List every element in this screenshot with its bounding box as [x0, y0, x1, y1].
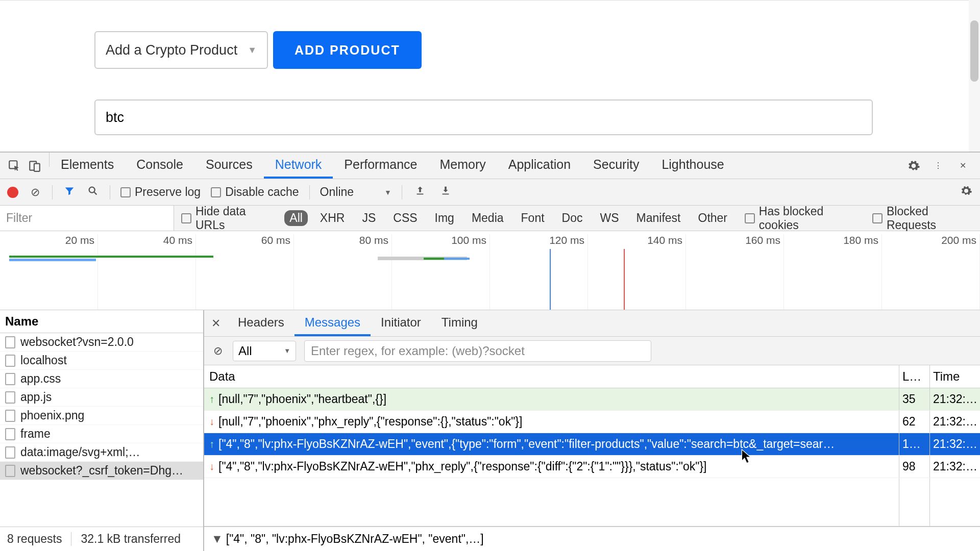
file-icon [5, 428, 15, 440]
app-page: Add a Crypto Product ▼ ADD PRODUCT btc [0, 0, 980, 152]
detail-tab-timing[interactable]: Timing [431, 310, 488, 336]
type-xhr[interactable]: XHR [315, 210, 350, 226]
file-icon [5, 373, 15, 385]
request-item[interactable]: data:image/svg+xml;… [0, 443, 203, 462]
tab-elements[interactable]: Elements [50, 153, 125, 179]
messages-toolbar: ⊘ All ▼ Enter regex, for example: (web)?… [204, 337, 980, 365]
inspect-element-icon[interactable] [4, 156, 24, 176]
arrow-up-icon: ↑ [209, 393, 214, 405]
request-list-panel: Name websocket?vsn=2.0.0 localhost app.c… [0, 310, 204, 551]
detail-tab-headers[interactable]: Headers [228, 310, 295, 336]
type-manifest[interactable]: Manifest [631, 210, 686, 226]
network-timeline[interactable]: 20 ms 40 ms 60 ms 80 ms 100 ms 120 ms 14… [0, 231, 980, 310]
settings-gear-icon[interactable] [903, 156, 924, 176]
crypto-product-select[interactable]: Add a Crypto Product ▼ [94, 31, 268, 69]
timeline-marker [550, 249, 551, 310]
arrow-down-icon: ↓ [209, 461, 214, 472]
network-settings-gear-icon[interactable] [960, 185, 973, 200]
throttling-select[interactable]: Online ▼ [320, 185, 391, 199]
timeline-bar [9, 256, 213, 258]
arrow-down-icon: ↓ [209, 416, 214, 428]
message-row[interactable]: ↑[null,"7","phoenix","heartbeat",{}] 35 … [204, 388, 980, 411]
filter-toggle-icon[interactable] [63, 185, 76, 199]
request-count: 8 requests [7, 532, 71, 546]
device-toggle-icon[interactable] [24, 156, 45, 176]
chevron-down-icon: ▼ [384, 188, 391, 196]
blocked-requests-checkbox[interactable]: Blocked Requests [872, 205, 980, 232]
tab-security[interactable]: Security [582, 153, 650, 179]
transferred-size: 32.1 kB transferred [81, 532, 181, 546]
timeline-marker [624, 249, 625, 310]
messages-table: Data L… Time ↑[null,"7","phoenix","heart… [204, 365, 980, 551]
upload-har-icon[interactable] [412, 185, 428, 199]
request-item[interactable]: localhost [0, 352, 203, 370]
col-data[interactable]: Data [204, 365, 899, 388]
tab-application[interactable]: Application [497, 153, 582, 179]
close-detail-icon[interactable]: ✕ [204, 310, 228, 336]
message-row[interactable]: ↑["4","8","lv:phx-FlyoBsKZNrAZ-wEH","eve… [204, 433, 980, 456]
svg-rect-4 [417, 193, 424, 194]
timeline-bar [9, 259, 96, 261]
request-item[interactable]: app.js [0, 388, 203, 407]
search-icon[interactable] [86, 185, 100, 199]
kebab-menu-icon[interactable]: ⋮ [928, 156, 948, 176]
preserve-log-checkbox[interactable]: Preserve log [120, 185, 201, 199]
disable-cache-checkbox[interactable]: Disable cache [211, 185, 299, 199]
tab-lighthouse[interactable]: Lighthouse [650, 153, 735, 179]
type-doc[interactable]: Doc [557, 210, 588, 226]
col-time[interactable]: Time [930, 365, 980, 388]
tab-performance[interactable]: Performance [333, 153, 428, 179]
tab-memory[interactable]: Memory [428, 153, 497, 179]
svg-point-3 [89, 187, 95, 192]
mouse-cursor-icon [741, 449, 752, 464]
message-preview[interactable]: ▼ ["4", "8", "lv:phx-FlyoBsKZNrAZ-wEH", … [204, 527, 980, 551]
has-blocked-cookies-checkbox[interactable]: Has blocked cookies [745, 205, 865, 232]
file-icon [5, 446, 15, 459]
request-item[interactable]: app.css [0, 370, 203, 388]
detail-tab-messages[interactable]: Messages [295, 310, 371, 336]
svg-rect-5 [443, 193, 449, 194]
message-row[interactable]: ↓[null,"7","phoenix","phx_reply",{"respo… [204, 411, 980, 433]
type-img[interactable]: Img [430, 210, 459, 226]
arrow-up-icon: ↑ [209, 438, 214, 450]
type-js[interactable]: JS [357, 210, 381, 226]
messages-direction-select[interactable]: All ▼ [233, 341, 296, 361]
type-other[interactable]: Other [693, 210, 733, 226]
tab-sources[interactable]: Sources [194, 153, 264, 179]
request-item[interactable]: websocket?vsn=2.0.0 [0, 333, 203, 352]
filter-input[interactable]: Filter [0, 206, 174, 231]
request-item[interactable]: websocket?_csrf_token=Dhg… [0, 462, 203, 480]
detail-tab-initiator[interactable]: Initiator [371, 310, 431, 336]
file-icon [5, 410, 15, 422]
type-css[interactable]: CSS [388, 210, 422, 226]
request-item[interactable]: phoenix.png [0, 407, 203, 425]
request-name-header[interactable]: Name [0, 310, 203, 333]
hide-data-urls-checkbox[interactable]: Hide data URLs [181, 205, 277, 232]
message-row[interactable]: ↓["4","8","lv:phx-FlyoBsKZNrAZ-wEH","phx… [204, 456, 980, 478]
request-footer: 8 requests 32.1 kB transferred [0, 527, 203, 551]
tab-network[interactable]: Network [264, 153, 333, 179]
search-input[interactable]: btc [94, 99, 873, 135]
search-value: btc [106, 110, 124, 126]
type-media[interactable]: Media [467, 210, 509, 226]
col-length[interactable]: L… [899, 365, 930, 388]
type-font[interactable]: Font [516, 210, 550, 226]
page-scrollbar[interactable] [969, 0, 980, 152]
request-detail-panel: ✕ Headers Messages Initiator Timing ⊘ Al… [204, 310, 980, 551]
record-button[interactable] [7, 187, 18, 198]
devtools-panel: Elements Console Sources Network Perform… [0, 152, 980, 551]
clear-messages-icon[interactable]: ⊘ [211, 344, 225, 358]
type-all[interactable]: All [284, 210, 308, 226]
close-devtools-icon[interactable]: ✕ [952, 156, 973, 176]
tab-console[interactable]: Console [125, 153, 194, 179]
clear-icon[interactable]: ⊘ [29, 186, 42, 199]
messages-regex-input[interactable]: Enter regex, for example: (web)?socket [304, 340, 651, 362]
download-har-icon[interactable] [438, 185, 453, 199]
type-ws[interactable]: WS [595, 210, 624, 226]
crypto-select-label: Add a Crypto Product [106, 42, 237, 58]
request-item[interactable]: frame [0, 425, 203, 443]
chevron-down-icon: ▼ [248, 45, 257, 56]
svg-rect-2 [34, 163, 40, 171]
add-product-button[interactable]: ADD PRODUCT [273, 31, 422, 69]
expand-triangle-icon[interactable]: ▼ [211, 532, 223, 546]
